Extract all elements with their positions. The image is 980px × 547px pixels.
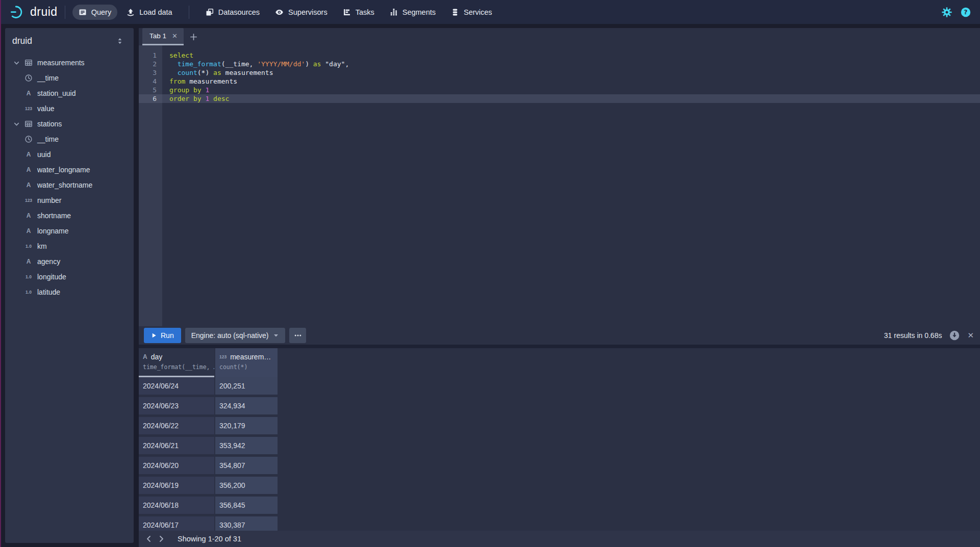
table-cell[interactable]: 2024/06/18 (139, 497, 214, 514)
table-cell[interactable]: 2024/06/17 (139, 516, 214, 531)
table-cell[interactable]: 2024/06/20 (139, 457, 214, 474)
column-title: 123 measurem… (219, 353, 278, 361)
add-tab-button[interactable] (184, 28, 204, 45)
nav-item-services[interactable]: Services (445, 5, 498, 20)
tree-item-water_shortname[interactable]: Awater_shortname (5, 177, 134, 193)
tree-item-stations[interactable]: stations (5, 116, 134, 132)
tree-item-uuid[interactable]: Auuid (5, 147, 134, 162)
string-type-icon: A (143, 353, 147, 360)
column-header-measurements[interactable]: 123 measurem… count(*) (215, 348, 278, 377)
clock-icon (24, 74, 33, 82)
plus-icon (190, 33, 197, 41)
tree-item-number[interactable]: 123number (5, 193, 134, 208)
close-tab-icon[interactable]: ✕ (172, 32, 178, 40)
nav-item-supervisors[interactable]: Supervisors (269, 5, 334, 20)
tab-label: Tab 1 (149, 32, 166, 40)
tree-item-label: water_shortname (37, 181, 92, 189)
tree-item-label: uuid (37, 150, 51, 159)
number-icon: 123 (24, 198, 33, 203)
code-text: count(*) as measurements (162, 68, 273, 77)
table-cell[interactable]: 356,200 (215, 477, 278, 494)
chevron-right-icon (158, 535, 165, 542)
tree-item-shortname[interactable]: Ashortname (5, 208, 134, 223)
code-text: group by 1 (162, 86, 209, 94)
code-line-3[interactable]: 3 count(*) as measurements (139, 68, 980, 77)
results-header: A day time_format(__time, … 123 measurem… (139, 348, 980, 377)
tree-item-measurements[interactable]: measurements (5, 55, 134, 70)
tree-item-km[interactable]: 1.0km (5, 239, 134, 254)
engine-select-button[interactable]: Engine: auto (sql-native) (185, 328, 286, 343)
code-line-6[interactable]: 6order by 1 desc (139, 94, 980, 103)
clock-icon (24, 135, 33, 143)
table-cell[interactable]: 2024/06/24 (139, 377, 214, 395)
table-cell[interactable]: 2024/06/21 (139, 437, 214, 454)
services-icon (451, 8, 459, 16)
table-cell[interactable]: 353,942 (215, 437, 278, 454)
tree-item-value[interactable]: 123value (5, 101, 134, 116)
tree-item-label: longitude (37, 273, 66, 281)
druid-logo[interactable]: druid (9, 5, 58, 19)
schema-sidebar: druid measurements__timeAstation_uuid123… (5, 28, 134, 543)
code-lines: 1select2 time_format(__time, 'YYYY/MM/dd… (139, 45, 980, 103)
next-page-button[interactable] (155, 533, 167, 545)
close-results-icon[interactable]: ✕ (967, 331, 974, 340)
table-cell[interactable]: 2024/06/23 (139, 397, 214, 414)
splitter-handle[interactable] (139, 345, 980, 348)
sql-editor[interactable]: 1select2 time_format(__time, 'YYYY/MM/dd… (139, 45, 980, 326)
tree-item-agency[interactable]: Aagency (5, 254, 134, 269)
settings-gear-icon[interactable] (942, 7, 952, 17)
table-cell[interactable]: 320,179 (215, 417, 278, 434)
code-line-1[interactable]: 1select (139, 51, 980, 60)
table-cell[interactable]: 356,845 (215, 497, 278, 514)
column-header-day[interactable]: A day time_format(__time, … (139, 348, 214, 377)
table-cell[interactable]: 324,934 (215, 397, 278, 414)
prev-page-button[interactable] (143, 533, 155, 545)
code-line-5[interactable]: 5group by 1 (139, 86, 980, 94)
float-icon: 1.0 (24, 274, 33, 279)
download-button[interactable] (949, 330, 960, 341)
table-row: 2024/06/22320,179 (139, 417, 980, 437)
tree-item-station_uuid[interactable]: Astation_uuid (5, 86, 134, 101)
nav-item-query[interactable]: Query (72, 5, 118, 20)
tree-item-__time[interactable]: __time (5, 132, 134, 147)
run-label: Run (161, 331, 174, 340)
tab-tab1[interactable]: Tab 1 ✕ (142, 28, 184, 45)
table-cell[interactable]: 2024/06/22 (139, 417, 214, 434)
nav-item-datasources[interactable]: Datasources (199, 5, 266, 20)
string-icon: A (24, 181, 33, 189)
query-more-button[interactable] (289, 328, 306, 343)
caret-down-icon (273, 332, 279, 338)
tree-item-label: stations (37, 120, 62, 128)
tree-item-longitude[interactable]: 1.0longitude (5, 269, 134, 284)
tree-item-water_longname[interactable]: Awater_longname (5, 162, 134, 177)
string-icon: A (24, 151, 33, 158)
table-row: 2024/06/23324,934 (139, 397, 980, 417)
more-icon (294, 331, 302, 340)
tree-item-__time[interactable]: __time (5, 70, 134, 86)
table-cell[interactable]: 330,387 (215, 516, 278, 531)
table-cell[interactable]: 354,807 (215, 457, 278, 474)
help-icon[interactable]: ? (961, 7, 971, 17)
nav-item-segments[interactable]: Segments (384, 5, 442, 20)
tree-item-latitude[interactable]: 1.0latitude (5, 284, 134, 300)
nav-item-label: Load data (139, 8, 172, 16)
gear-icon (942, 7, 952, 17)
query-icon (79, 8, 87, 16)
table-cell[interactable]: 200,251 (215, 377, 278, 395)
line-number: 6 (139, 94, 162, 103)
nav-divider (65, 6, 65, 19)
sort-icon[interactable] (116, 37, 123, 45)
tree-item-longname[interactable]: Alongname (5, 223, 134, 239)
code-line-2[interactable]: 2 time_format(__time, 'YYYY/MM/dd') as "… (139, 60, 980, 68)
tree-item-label: shortname (37, 212, 71, 220)
tree-item-label: latitude (37, 288, 60, 296)
code-line-4[interactable]: 4from measurements (139, 77, 980, 86)
schema-tree: measurements__timeAstation_uuid123values… (5, 55, 134, 300)
string-icon: A (24, 212, 33, 219)
tasks-icon (343, 8, 351, 16)
nav-item-load-data[interactable]: Load data (120, 5, 179, 20)
table-cell[interactable]: 2024/06/19 (139, 477, 214, 494)
run-button[interactable]: Run (144, 328, 181, 343)
nav-item-tasks[interactable]: Tasks (337, 5, 381, 20)
tree-item-label: longname (37, 227, 69, 235)
